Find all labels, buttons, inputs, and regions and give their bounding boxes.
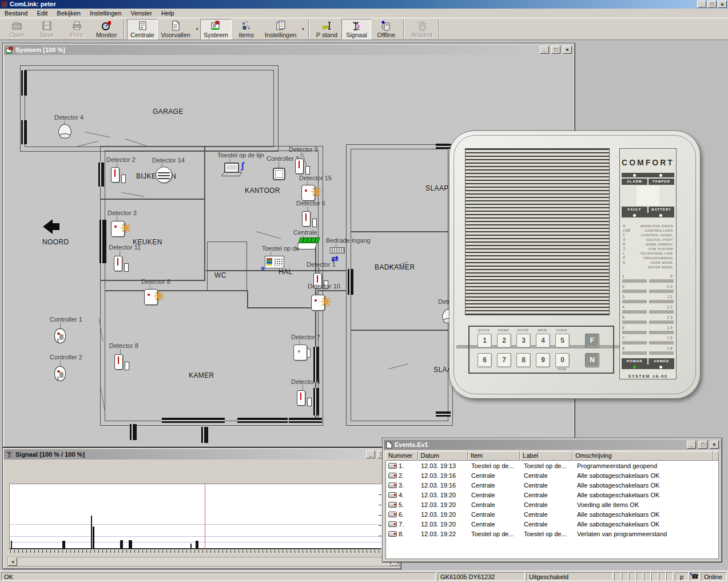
events-minimize-button[interactable]: _ <box>687 441 696 449</box>
toolbar-button-label: Save <box>39 31 54 38</box>
zone-number-2: 2 <box>622 284 647 289</box>
systeem-close-button[interactable]: × <box>563 46 572 54</box>
keypad-key-0[interactable]: 0 <box>555 353 570 367</box>
keypad-key-4[interactable]: 4 <box>536 334 550 348</box>
table-row[interactable]: 2.12.03. 19:16CentraleCentraleAlle sabot… <box>386 470 718 480</box>
axis-tick <box>138 550 139 553</box>
keypad-key-8[interactable]: 8 <box>516 353 531 367</box>
keypad-key-7[interactable]: 7 <box>497 353 511 367</box>
device-detector-7-icon[interactable] <box>293 345 307 361</box>
keypad-key-6[interactable]: 6 <box>478 353 492 367</box>
column-header-item[interactable]: Item <box>468 451 520 461</box>
column-header-omschrijving[interactable]: Omschrijving <box>572 451 713 461</box>
table-cell: Centrale <box>522 501 575 508</box>
axis-tick <box>254 550 255 553</box>
systeem-window-titlebar[interactable]: Systeem [100 %] _ □ × <box>4 45 574 55</box>
events-close-button[interactable]: × <box>710 441 719 449</box>
events-maximize-button[interactable]: □ <box>698 441 707 449</box>
device-detector-6-icon[interactable] <box>302 211 311 227</box>
scroll-left-button[interactable]: ◄ <box>8 557 17 566</box>
device-detector-2-icon[interactable] <box>111 167 120 183</box>
column-header-datum[interactable]: Datum <box>418 451 468 461</box>
legend-text-control-panel: CONTROL PANEL <box>636 233 673 237</box>
menu-venster[interactable]: Venster <box>126 9 157 17</box>
keypad-key-9[interactable]: 9 <box>536 353 550 367</box>
device-detector-15-icon[interactable] <box>301 185 315 201</box>
axis-tick <box>142 550 143 553</box>
column-header-label[interactable]: Label <box>520 451 572 461</box>
events-window-titlebar[interactable]: Events.Ev1 _ □ × <box>384 440 721 450</box>
zone-bar <box>622 341 647 345</box>
close-button[interactable]: × <box>718 1 727 8</box>
table-row[interactable]: 3.12.03. 19:16CentraleCentraleAlle sabot… <box>386 480 718 490</box>
keypad-key-2[interactable]: 2 <box>497 334 511 348</box>
toolbar-button-instellingen[interactable]: Instellingen <box>261 19 300 39</box>
device-detector-8-icon[interactable] <box>144 289 158 305</box>
signaal-minimize-button[interactable]: _ <box>366 450 375 458</box>
title-bar[interactable]: ComLink: peter _ □ × <box>0 0 728 9</box>
signaal-window-titlebar[interactable]: Signaal [100 % / 100 %] _ □ × <box>4 449 400 460</box>
alarm-led <box>633 174 636 177</box>
table-cell: 12.03. 19:22 <box>419 530 469 537</box>
menu-bekijken[interactable]: Bekijken <box>52 9 85 17</box>
device-toestel-op-de-lijn-icon[interactable] <box>224 163 239 173</box>
systeem-minimize-button[interactable]: _ <box>540 46 549 54</box>
menu-bestand[interactable]: Bestand <box>0 9 32 17</box>
zone-number-5: 5 <box>622 315 647 320</box>
toolbar-button-items[interactable]: items <box>232 19 261 39</box>
keypad-key-3[interactable]: 3 <box>516 334 531 348</box>
device-detector-5-icon[interactable] <box>297 390 305 406</box>
device-detector-9-icon[interactable] <box>295 159 304 174</box>
device-centrale-icon[interactable] <box>296 242 317 250</box>
menu-help[interactable]: Help <box>157 9 179 17</box>
toolbar-dropdown-instellingen[interactable]: ▾ <box>300 19 306 39</box>
device-controller-1-icon[interactable] <box>54 328 66 343</box>
device-detector-3-icon[interactable] <box>111 221 125 237</box>
toolbar-button-offline[interactable]: Offline <box>371 19 401 39</box>
restore-button[interactable]: □ <box>707 1 717 8</box>
table-row[interactable]: 8.12.03. 19:22Toestel op de...Toestel op… <box>386 529 718 539</box>
keypad-key-5[interactable]: 5 <box>555 334 570 348</box>
signaal-window: Signaal [100 % / 100 %] _ □ × ◄ <box>2 448 401 569</box>
status-online: Online <box>701 572 727 581</box>
systeem-maximize-button[interactable]: □ <box>551 46 560 54</box>
toolbar-button-systeem[interactable]: Systeem <box>200 19 232 39</box>
zone-cell: 1 <box>622 274 647 283</box>
table-row[interactable]: 5.12.03. 19:20CentraleCentraleVoeding al… <box>386 500 718 509</box>
axis-tick <box>74 550 75 553</box>
toolbar-button-centrale[interactable]: Centrale <box>127 19 158 39</box>
column-header-nummer[interactable]: Nummer <box>385 451 418 461</box>
menu-instellingen[interactable]: Instellingen <box>85 9 126 17</box>
menu-edit[interactable]: Edit <box>32 9 52 17</box>
toolbar-button-voorvallen[interactable]: Voorvallen <box>158 19 194 39</box>
offline-icon <box>380 20 392 31</box>
device-bedrade-ingang-icon[interactable] <box>330 247 345 254</box>
minimize-button[interactable]: _ <box>697 1 706 8</box>
toolbar-button-p-stand[interactable]: P stand <box>312 19 341 39</box>
table-row[interactable]: 6.12.03. 19:20CentraleCentraleAlle sabot… <box>386 509 718 519</box>
toolbar-dropdown-voorvallen[interactable]: ▾ <box>194 19 200 39</box>
keypad-key-n[interactable]: N <box>585 353 599 367</box>
toolbar-button-monitor[interactable]: Monitor <box>92 19 121 39</box>
legend-row: AWIRELESS SIREN <box>620 224 676 228</box>
keypad-key-f[interactable]: F <box>585 334 599 348</box>
device-detector-11-icon[interactable] <box>114 256 122 271</box>
device-detector-8-icon[interactable] <box>114 354 123 370</box>
keypad-key-1[interactable]: 1 <box>478 334 492 348</box>
device-detector-14-icon[interactable] <box>156 167 172 183</box>
table-row[interactable]: 1.12.03. 19:13Toestel op de...Toestel op… <box>386 461 718 470</box>
toolbar-button-signaal[interactable]: Signaal <box>341 19 371 39</box>
table-row[interactable]: 7.12.03. 19:20CentraleCentraleAlle sabot… <box>386 519 718 529</box>
device-controller-2-icon[interactable] <box>54 366 66 381</box>
zone-cell: 4 <box>622 305 647 314</box>
zone-cell: 6 <box>622 326 647 334</box>
device-controller-3-icon[interactable] <box>273 168 285 180</box>
device-toestel-op-de-icon[interactable] <box>265 256 284 268</box>
signal-hscrollbar[interactable]: ◄ <box>7 557 400 567</box>
device-detector-10-icon[interactable] <box>311 295 325 311</box>
legend-symbol: A <box>623 224 636 228</box>
room-label-garage: GARAGE <box>153 108 184 116</box>
gridline <box>10 536 381 537</box>
table-cell: Programmeerstand geopend <box>575 462 717 469</box>
table-row[interactable]: 4.12.03. 19:20CentraleCentraleAlle sabot… <box>386 490 718 500</box>
